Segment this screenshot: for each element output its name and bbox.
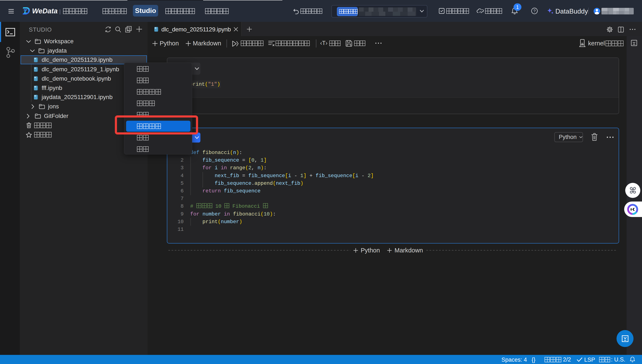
svg-text:?: ? bbox=[533, 9, 536, 13]
